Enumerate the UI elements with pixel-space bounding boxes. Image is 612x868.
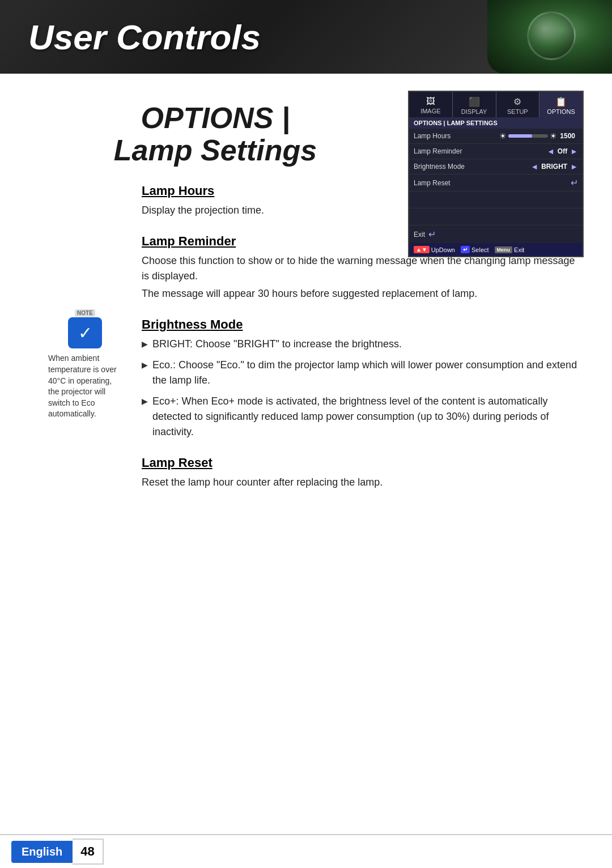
osd-footer-updown: ▲▼ UpDown (414, 246, 455, 253)
menu-key: Menu (495, 246, 513, 253)
slider-sun-icon: ☀ (499, 131, 507, 141)
image-icon: 🖼 (411, 96, 450, 107)
lamp-reset-title: Lamp Reset (28, 456, 584, 470)
main-content: 🖼 IMAGE ⬛ DISPLAY ⚙ SETUP 📋 OPTIONS OPTI… (0, 74, 612, 529)
bullet-ecoplus-text: Eco+: When Eco+ mode is activated, the b… (152, 394, 584, 440)
lens-decoration (487, 0, 612, 74)
lamp-reset-text: Reset the lamp hour counter after replac… (142, 475, 584, 490)
footer-page: 48 (73, 839, 103, 865)
lamp-reminder-body: Choose this function to show or to hide … (28, 253, 584, 301)
note-text: When ambient temperature is over 40°C in… (45, 353, 125, 420)
page-subtitle: OPTIONS | Lamp Settings (28, 102, 402, 167)
osd-brightness-value: BRIGHT (541, 163, 567, 171)
osd-brightness-label: Brightness Mode (414, 163, 530, 171)
slider-sun2-icon: ☀ (550, 131, 557, 141)
display-icon: ⬛ (455, 96, 494, 107)
slider-bar (508, 134, 548, 138)
updown-label: UpDown (431, 246, 455, 253)
arrow-left-icon[interactable]: ◄ (547, 147, 555, 156)
osd-tab-options-label: OPTIONS (547, 108, 575, 115)
osd-tab-image-label: IMAGE (420, 108, 440, 114)
osd-breadcrumb: OPTIONS | LAMP SETTINGS (409, 117, 583, 129)
osd-lamp-reset-label: Lamp Reset (414, 179, 571, 187)
slider-fill (508, 134, 532, 138)
osd-empty-row-1 (409, 192, 583, 209)
osd-row-lamp-hours: Lamp Hours ☀ ☀ 1500 (409, 129, 583, 144)
lamp-reminder-text-2: The message will appear 30 hours before … (142, 286, 584, 301)
select-label: Select (471, 246, 489, 253)
lamp-reset-body: Reset the lamp hour counter after replac… (28, 475, 584, 490)
enter-icon: ↵ (571, 177, 578, 188)
page-header: User Controls (0, 0, 612, 74)
note-box: ✓ When ambient temperature is over 40°C … (45, 317, 125, 420)
bullet-bright-text: BRIGHT: Choose "BRIGHT" to increase the … (152, 337, 584, 352)
options-icon: 📋 (542, 96, 580, 107)
osd-lamp-hours-label: Lamp Hours (414, 132, 499, 140)
arrow-left-brightness-icon[interactable]: ◄ (530, 162, 538, 171)
section-lamp-reset: Lamp Reset Reset the lamp hour counter a… (28, 456, 584, 490)
osd-tab-setup-label: SETUP (507, 108, 528, 115)
updown-key: ▲▼ (414, 246, 430, 253)
arrow-right-brightness-icon[interactable]: ► (570, 162, 578, 171)
subtitle-heading: OPTIONS | Lamp Settings (28, 102, 402, 167)
osd-empty-row-2 (409, 209, 583, 225)
osd-row-lamp-reset: Lamp Reset ↵ (409, 175, 583, 192)
check-icon: ✓ (78, 323, 92, 343)
bullet-bright: ▶ BRIGHT: Choose "BRIGHT" to increase th… (142, 337, 584, 352)
osd-lamp-hours-value: 1500 (560, 132, 575, 140)
lamp-reminder-text-1: Choose this function to show or to hide … (142, 253, 584, 284)
osd-slider: ☀ ☀ (499, 131, 557, 141)
bullet-ecoplus: ▶ Eco+: When Eco+ mode is activated, the… (142, 394, 584, 440)
note-content: When ambient temperature is over 40°C in… (48, 354, 117, 418)
osd-exit-label: Exit (414, 231, 425, 239)
footer: English 48 (0, 834, 612, 868)
setup-icon: ⚙ (499, 96, 537, 107)
osd-tab-options[interactable]: 📋 OPTIONS (539, 92, 583, 117)
osd-row-lamp-reminder: Lamp Reminder ◄ Off ► (409, 144, 583, 159)
footer-language: English (11, 841, 73, 863)
osd-panel: 🖼 IMAGE ⬛ DISPLAY ⚙ SETUP 📋 OPTIONS OPTI… (408, 91, 584, 257)
bullet-eco: ▶ Eco.: Choose "Eco." to dim the project… (142, 358, 584, 388)
brightness-section: ✓ When ambient temperature is over 40°C … (28, 317, 584, 440)
osd-tabs: 🖼 IMAGE ⬛ DISPLAY ⚙ SETUP 📋 OPTIONS (409, 92, 583, 117)
osd-tab-setup[interactable]: ⚙ SETUP (496, 92, 540, 117)
note-badge: ✓ (68, 317, 102, 348)
osd-footer: ▲▼ UpDown ↵ Select Menu Exit (409, 243, 583, 256)
bullet-arrow-3: ▶ (142, 395, 148, 407)
osd-lamp-reminder-label: Lamp Reminder (414, 147, 547, 155)
brightness-bullets: ▶ BRIGHT: Choose "BRIGHT" to increase th… (142, 337, 584, 440)
bullet-arrow-2: ▶ (142, 359, 148, 371)
osd-tab-display[interactable]: ⬛ DISPLAY (453, 92, 496, 117)
osd-footer-select: ↵ Select (461, 246, 489, 253)
osd-exit-row: Exit ↵ (409, 225, 583, 243)
osd-lamp-reminder-value: Off (558, 147, 567, 155)
bullet-arrow-1: ▶ (142, 338, 148, 350)
osd-tab-image[interactable]: 🖼 IMAGE (409, 92, 453, 117)
osd-row-brightness-mode: Brightness Mode ◄ BRIGHT ► (409, 159, 583, 175)
arrow-right-icon[interactable]: ► (570, 147, 578, 156)
osd-footer-exit: Menu Exit (495, 246, 525, 253)
exit-footer-label: Exit (514, 246, 524, 253)
page-title: User Controls (28, 17, 261, 57)
exit-enter-icon: ↵ (428, 229, 436, 240)
osd-tab-display-label: DISPLAY (461, 108, 487, 115)
select-key: ↵ (461, 246, 470, 253)
bullet-eco-text: Eco.: Choose "Eco." to dim the projector… (152, 358, 584, 388)
